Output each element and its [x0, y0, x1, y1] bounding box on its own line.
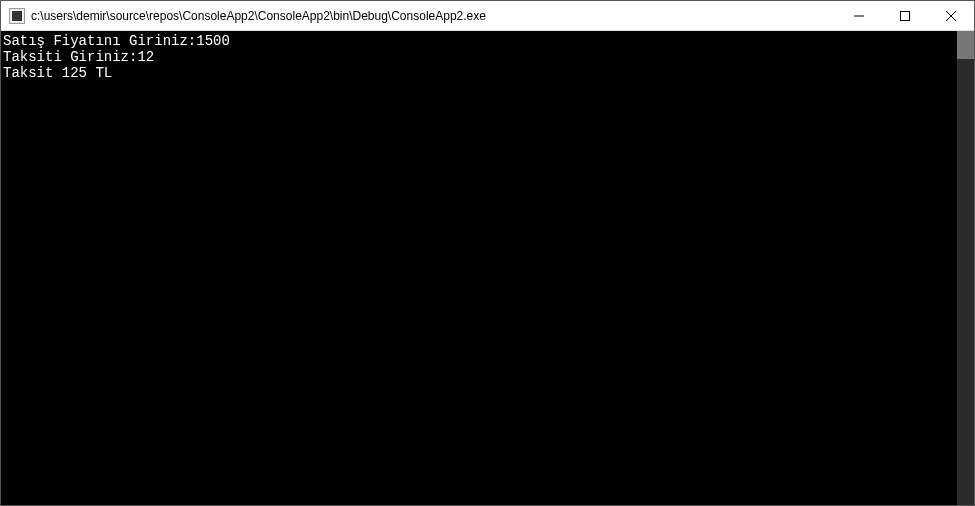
console-area: Satış Fiyatını Giriniz:1500 Taksiti Giri… — [1, 31, 974, 505]
console-line: Satış Fiyatını Giriniz:1500 — [3, 33, 230, 49]
window-title: c:\users\demir\source\repos\ConsoleApp2\… — [31, 9, 836, 23]
close-icon — [946, 11, 956, 21]
maximize-button[interactable] — [882, 1, 928, 30]
close-button[interactable] — [928, 1, 974, 30]
svg-rect-1 — [901, 11, 910, 20]
window-controls — [836, 1, 974, 30]
maximize-icon — [900, 11, 910, 21]
vertical-scrollbar[interactable] — [957, 31, 974, 505]
app-icon — [9, 8, 25, 24]
window-titlebar: c:\users\demir\source\repos\ConsoleApp2\… — [1, 1, 974, 31]
console-line: Taksiti Giriniz:12 — [3, 49, 154, 65]
console-line: Taksit 125 TL — [3, 65, 112, 81]
minimize-icon — [854, 11, 864, 21]
minimize-button[interactable] — [836, 1, 882, 30]
scrollbar-thumb[interactable] — [957, 31, 974, 59]
console-output[interactable]: Satış Fiyatını Giriniz:1500 Taksiti Giri… — [1, 31, 957, 505]
